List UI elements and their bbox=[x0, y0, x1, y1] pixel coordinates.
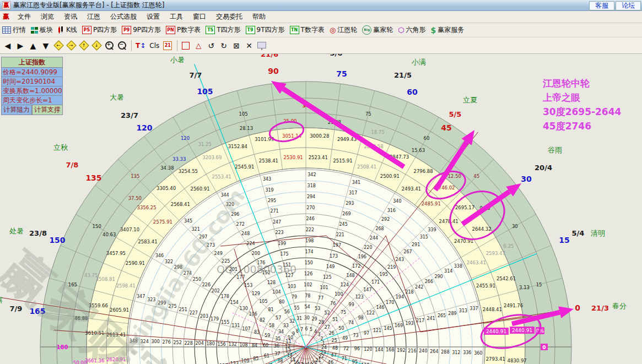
svg-text:149: 149 bbox=[326, 264, 335, 269]
nav-left-button[interactable]: ◀ bbox=[3, 41, 12, 51]
svg-text:60: 60 bbox=[424, 135, 430, 141]
svg-text:2500.91: 2500.91 bbox=[380, 173, 400, 179]
rotate-cw-button[interactable]: ↻ bbox=[219, 41, 228, 51]
conversion-factor-value: 变换系数=1.000000 bbox=[1, 86, 63, 96]
toolbar-t-table-button[interactable]: TNT数字表 bbox=[290, 25, 325, 35]
toolbar-t-square-button[interactable]: TST四方形 bbox=[206, 25, 240, 35]
svg-text:2583.41: 2583.41 bbox=[138, 239, 157, 245]
svg-text:85: 85 bbox=[253, 356, 258, 361]
svg-text:219: 219 bbox=[387, 265, 396, 270]
svg-text:318: 318 bbox=[307, 183, 316, 188]
menu-help[interactable]: 帮助 bbox=[247, 11, 271, 23]
svg-text:处暑: 处暑 bbox=[9, 227, 24, 235]
toolbar-p-square-button[interactable]: PSP四方形 bbox=[82, 25, 117, 35]
menu-trade-entrust[interactable]: 交易委托 bbox=[211, 11, 247, 23]
svg-text:105: 105 bbox=[259, 299, 267, 304]
diamond-down-icon: ↓ bbox=[91, 40, 101, 50]
svg-text:127: 127 bbox=[285, 273, 293, 278]
menu-window[interactable]: 窗口 bbox=[188, 11, 211, 23]
toolbar-9t-square-button[interactable]: T99T四方形 bbox=[246, 25, 285, 35]
toolbar-winner-wheel-button[interactable]: Big赢家轮 bbox=[362, 25, 393, 35]
toolbar-p-table-button[interactable]: PNP数字表 bbox=[166, 25, 201, 35]
menu-logo-icon: 赢 bbox=[3, 12, 9, 21]
svg-text:3203.69: 3203.69 bbox=[202, 155, 222, 160]
nav-right-button[interactable]: ▶ bbox=[16, 41, 25, 51]
diamond-left-icon: ← bbox=[53, 40, 63, 50]
svg-text:180: 180 bbox=[206, 341, 214, 346]
svg-text:151: 151 bbox=[283, 263, 291, 268]
toolbar-gann-wheel-button[interactable]: ◎江恩轮 bbox=[330, 25, 357, 35]
svg-text:201: 201 bbox=[229, 267, 238, 272]
svg-text:2593.47: 2593.47 bbox=[486, 251, 505, 256]
cls-button[interactable]: Cls bbox=[149, 41, 159, 51]
menu-gann[interactable]: 江恩 bbox=[82, 11, 105, 23]
svg-text:51: 51 bbox=[332, 317, 338, 322]
svg-text:147: 147 bbox=[363, 287, 371, 292]
svg-text:21/3: 21/3 bbox=[591, 304, 609, 312]
projector-button[interactable] bbox=[257, 41, 266, 51]
svg-text:156: 156 bbox=[217, 342, 225, 347]
svg-text:96: 96 bbox=[354, 346, 360, 351]
menu-browse[interactable]: 浏览 bbox=[36, 11, 59, 23]
toolbar-winner-service-button[interactable]: $赢家服务 bbox=[431, 25, 465, 35]
svg-text:3457.95: 3457.95 bbox=[106, 251, 126, 256]
svg-text:216: 216 bbox=[408, 349, 416, 354]
annotation-line: 45度2746 bbox=[543, 119, 621, 133]
toolbar-kline-button[interactable]: K线 bbox=[58, 25, 77, 35]
menu-news[interactable]: 资讯 bbox=[59, 11, 82, 23]
svg-text:59: 59 bbox=[265, 333, 270, 338]
svg-text:28.13: 28.13 bbox=[240, 126, 253, 131]
menu-formula-stockpick[interactable]: 公式选股 bbox=[105, 11, 142, 23]
svg-text:2: 2 bbox=[321, 336, 323, 341]
boxed-x-button[interactable]: ⊠ bbox=[232, 41, 241, 51]
svg-text:220: 220 bbox=[364, 245, 372, 250]
svg-text:2545.91: 2545.91 bbox=[235, 164, 254, 170]
gann-annotation: 江恩轮中轮 上帝之眼 30度2695-2644 45度2746 bbox=[543, 76, 621, 133]
menu-tools[interactable]: 工具 bbox=[165, 11, 188, 23]
svg-text:大暑: 大暑 bbox=[110, 93, 124, 101]
draw-rectangle-button[interactable] bbox=[181, 41, 190, 51]
nav-down-button[interactable]: ▼ bbox=[41, 41, 50, 51]
menu-file[interactable]: 文件 bbox=[13, 11, 36, 23]
svg-text:34: 34 bbox=[278, 329, 284, 334]
svg-text:289: 289 bbox=[448, 311, 456, 316]
rotate-ccw-button[interactable]: ↺ bbox=[207, 41, 215, 51]
toolbar-quotes-button[interactable]: 行情 bbox=[2, 25, 26, 35]
svg-text:45: 45 bbox=[441, 123, 451, 132]
toolbar-9p-square-button[interactable]: P99P四方形 bbox=[122, 25, 161, 35]
collapse-button[interactable]: ✕ bbox=[245, 41, 253, 51]
svg-text:131: 131 bbox=[231, 323, 240, 328]
shift-left-button[interactable]: ← bbox=[54, 41, 63, 51]
calendar-button[interactable]: 21 bbox=[163, 41, 172, 51]
calc-support-button[interactable]: 计算支撑 bbox=[32, 105, 63, 115]
shift-up-button[interactable]: ↑ bbox=[79, 41, 88, 51]
customer-service-button[interactable]: 客服 bbox=[589, 1, 614, 10]
shift-down-button[interactable]: ↓ bbox=[92, 41, 101, 51]
svg-text:145: 145 bbox=[384, 326, 392, 331]
shift-right-button[interactable]: → bbox=[67, 41, 75, 51]
draw-triangle-button[interactable]: △ bbox=[194, 41, 203, 51]
svg-text:白露: 白露 bbox=[0, 296, 3, 304]
svg-text:249: 249 bbox=[214, 251, 222, 256]
gann-wheel-chart: 1234567891011121314151617181920212223242… bbox=[0, 54, 642, 364]
svg-text:105: 105 bbox=[239, 111, 248, 117]
forum-button[interactable]: 论坛 bbox=[616, 1, 641, 10]
svg-text:120: 120 bbox=[136, 123, 152, 132]
svg-text:2796.88: 2796.88 bbox=[413, 169, 433, 174]
zoom-out-button[interactable]: − bbox=[117, 41, 126, 51]
svg-text:240: 240 bbox=[419, 349, 427, 354]
menu-settings[interactable]: 设置 bbox=[142, 11, 165, 23]
toolbar-hexagon-button[interactable]: ⬡六角形 bbox=[398, 25, 425, 35]
svg-text:38: 38 bbox=[277, 358, 283, 363]
updown-scale-button[interactable]: T↕ bbox=[136, 41, 145, 51]
nav-up-button[interactable]: ▲ bbox=[29, 41, 37, 51]
calc-resistance-button[interactable]: 计算阻力 bbox=[1, 105, 32, 115]
svg-text:320: 320 bbox=[226, 202, 234, 207]
svg-text:3661.36: 3661.36 bbox=[85, 358, 104, 363]
svg-text:101: 101 bbox=[320, 285, 328, 290]
toolbar-sectors-button[interactable]: 板块 bbox=[31, 25, 53, 35]
svg-text:20/4: 20/4 bbox=[535, 164, 552, 172]
zoom-in-button[interactable]: + bbox=[105, 41, 114, 51]
svg-text:105: 105 bbox=[197, 87, 213, 96]
svg-text:288: 288 bbox=[441, 350, 449, 355]
